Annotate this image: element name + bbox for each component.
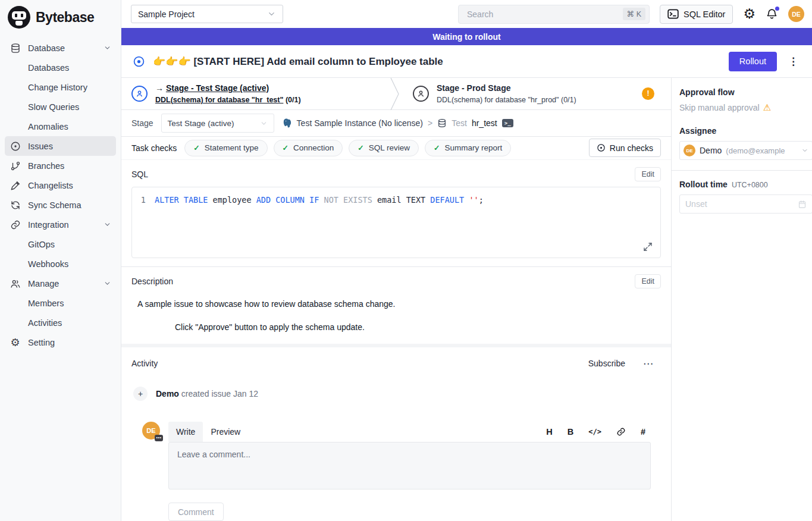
sidebar-item-anomalies[interactable]: Anomalies [5, 117, 116, 136]
subscribe-button[interactable]: Subscribe [588, 359, 625, 368]
stage-select[interactable]: Test Stage (active) [161, 114, 274, 133]
stage-card-test[interactable]: → Stage - Test Stage (active) DDL(schema… [121, 82, 390, 105]
stage-person-icon-pending [413, 86, 429, 102]
sidebar-item-setting[interactable]: ⚙ Setting [5, 332, 116, 352]
warning-triangle-icon: ⚠ [763, 102, 771, 113]
sidebar-item-webhooks[interactable]: Webhooks [5, 254, 116, 274]
run-checks-button[interactable]: Run checks [589, 139, 661, 157]
sql-code-block[interactable]: 1ALTER TABLE employee ADD COLUMN IF NOT … [131, 187, 661, 258]
sidebar-item-changelists[interactable]: Changelists [5, 175, 116, 195]
stage-title: Stage - Prod Stage [437, 82, 576, 94]
check-pill-connection[interactable]: ✓Connection [274, 140, 343, 156]
description-line: Click "Approve" button to apply the sche… [175, 322, 661, 332]
sidebar-item-slow-queries[interactable]: Slow Queries [5, 97, 116, 117]
format-bold-icon[interactable]: B [568, 427, 573, 437]
check-success-icon: ✓ [193, 143, 199, 152]
arrow-right-icon: → [155, 83, 164, 93]
comment-textarea[interactable] [168, 442, 651, 489]
chevron-down-icon [801, 147, 808, 154]
sidebar-item-members[interactable]: Members [5, 293, 116, 313]
format-link-icon[interactable] [616, 427, 626, 437]
sidebar-item-label: Change History [28, 83, 87, 92]
check-pill-sql-review[interactable]: ✓SQL review [349, 140, 419, 156]
sidebar-item-sync-schema[interactable]: Sync Schema [5, 195, 116, 215]
attention-alert-icon: ! [642, 87, 654, 100]
assignee-select[interactable]: DE Demo (demo@example [679, 141, 812, 160]
activity-more-icon[interactable]: ⋯ [643, 357, 653, 370]
project-select[interactable]: Sample Project [131, 5, 283, 23]
plus-icon: + [133, 387, 148, 401]
description-edit-button[interactable]: Edit [635, 274, 661, 288]
rollout-button[interactable]: Rollout [729, 52, 777, 71]
sidebar-item-label: Setting [28, 338, 55, 347]
search-box[interactable]: ⌘ K [458, 5, 650, 24]
top-bar: Sample Project ⌘ K SQL Editor ⚙ DE [121, 0, 812, 28]
open-sql-editor-badge[interactable]: >_ [502, 119, 513, 127]
sidebar-item-databases[interactable]: Databases [5, 58, 116, 77]
task-count: (0/1) [561, 96, 576, 104]
chevron-down-icon [260, 120, 268, 127]
check-success-icon: ✓ [283, 143, 289, 152]
issue-main-column: → Stage - Test Stage (active) DDL(schema… [121, 78, 671, 521]
database-name[interactable]: hr_test [472, 118, 497, 128]
sidebar-item-label: Issues [28, 142, 53, 151]
stage-card-prod[interactable]: Stage - Prod Stage DDL(schema) for datab… [403, 82, 671, 105]
sidebar-item-issues[interactable]: Issues [5, 136, 116, 156]
status-banner: Waiting to rollout [121, 28, 812, 45]
rollout-time-input[interactable]: Unset [679, 194, 812, 214]
sidebar-item-label: Manage [28, 279, 59, 288]
breadcrumb-separator: > [428, 118, 432, 128]
stage-task-link[interactable]: DDL(schema) for database "hr_test" [155, 96, 283, 104]
project-select-value: Sample Project [138, 10, 195, 19]
search-input[interactable] [466, 9, 623, 20]
rollout-time-heading: Rollout time [679, 180, 728, 189]
tab-write[interactable]: Write [168, 422, 203, 442]
sql-token: employee [208, 194, 256, 206]
format-hash-icon[interactable]: # [641, 427, 645, 437]
sidebar-item-integration[interactable]: Integration [5, 215, 116, 234]
sql-edit-button[interactable]: Edit [635, 167, 661, 181]
notifications-bell-icon[interactable] [766, 8, 778, 20]
sidebar-item-label: Members [28, 299, 64, 308]
format-heading-icon[interactable]: H [546, 427, 552, 437]
sidebar-item-label: GitOps [28, 240, 55, 249]
description-heading: Description [131, 277, 173, 286]
keyboard-shortcut-badge: ⌘ K [623, 8, 645, 20]
sidebar-item-manage[interactable]: Manage [5, 274, 116, 293]
task-count: (0/1) [286, 96, 301, 104]
more-options-kebab-icon[interactable]: ⋮ [785, 55, 802, 68]
sql-editor-button[interactable]: SQL Editor [660, 5, 733, 24]
sql-editor-label: SQL Editor [684, 10, 725, 19]
format-code-icon[interactable]: </> [588, 428, 601, 436]
sidebar-item-label: Databases [28, 63, 69, 73]
sidebar-item-gitops[interactable]: GitOps [5, 234, 116, 254]
assignee-email: (demo@example [726, 146, 797, 155]
instance-name[interactable]: Test Sample Instance (No license) [297, 118, 423, 128]
brand-name: Bytebase [36, 10, 94, 26]
sidebar-item-change-history[interactable]: Change History [5, 77, 116, 97]
activity-actor[interactable]: Demo [156, 389, 179, 398]
line-number: 1 [132, 194, 155, 206]
bytebase-logo-icon [8, 6, 30, 29]
task-checks-row: Task checks ✓Statement type ✓Connection … [121, 137, 671, 160]
activity-entry: + Demo created issue Jan 12 [133, 387, 661, 401]
issue-circle-dot-icon [10, 140, 21, 152]
check-pill-summary-report[interactable]: ✓Summary report [425, 140, 511, 156]
settings-gear-icon[interactable]: ⚙ [743, 7, 755, 21]
sidebar-item-database[interactable]: Database [5, 38, 116, 58]
sidebar-item-activities[interactable]: Activities [5, 313, 116, 332]
stage-select-label: Stage [131, 118, 153, 128]
brand-logo[interactable]: Bytebase [0, 0, 121, 34]
sidebar-item-branches[interactable]: Branches [5, 156, 116, 175]
issue-side-panel: Approval flow Skip manual approval ⚠ Ass… [671, 78, 812, 521]
expand-icon[interactable] [643, 242, 653, 252]
check-success-icon: ✓ [358, 143, 363, 152]
comment-submit-button[interactable]: Comment [168, 503, 224, 521]
user-avatar[interactable]: DE [788, 6, 804, 22]
activity-date: Jan 12 [233, 389, 258, 398]
tab-preview[interactable]: Preview [203, 422, 248, 442]
pointing-hands-emoji: 👉👉👉 [153, 56, 191, 67]
task-checks-label: Task checks [131, 143, 177, 153]
chevron-down-icon [104, 44, 111, 52]
check-pill-statement-type[interactable]: ✓Statement type [184, 140, 267, 156]
